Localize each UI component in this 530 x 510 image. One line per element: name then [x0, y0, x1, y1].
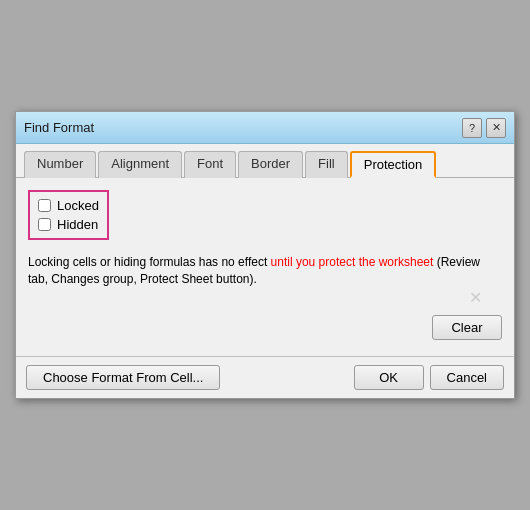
title-bar-controls: ? ✕ [462, 118, 506, 138]
tabs-bar: Number Alignment Font Border Fill Protec… [16, 144, 514, 178]
description-highlighted: until you protect the worksheet [271, 255, 434, 269]
tab-fill[interactable]: Fill [305, 151, 348, 178]
content-area: Locked Hidden Locking cells or hiding fo… [16, 178, 514, 356]
watermark-icon: ✕ [469, 288, 482, 307]
description-before: Locking cells or hiding formulas has no … [28, 255, 271, 269]
bottom-bar: Choose Format From Cell... OK Cancel [16, 356, 514, 398]
clear-row: Clear [28, 311, 502, 348]
bottom-bar-right: OK Cancel [354, 365, 504, 390]
clear-button[interactable]: Clear [432, 315, 502, 340]
choose-format-button[interactable]: Choose Format From Cell... [26, 365, 220, 390]
hidden-label[interactable]: Hidden [57, 217, 98, 232]
tab-protection[interactable]: Protection [350, 151, 437, 178]
hidden-row: Hidden [38, 217, 99, 232]
tab-number[interactable]: Number [24, 151, 96, 178]
tab-font[interactable]: Font [184, 151, 236, 178]
help-button[interactable]: ? [462, 118, 482, 138]
tab-border[interactable]: Border [238, 151, 303, 178]
tab-alignment[interactable]: Alignment [98, 151, 182, 178]
find-format-dialog: Find Format ? ✕ Number Alignment Font Bo… [15, 111, 515, 399]
ok-button[interactable]: OK [354, 365, 424, 390]
watermark-area: ✕ [28, 288, 502, 311]
dialog-title: Find Format [24, 120, 94, 135]
locked-checkbox[interactable] [38, 199, 51, 212]
title-bar: Find Format ? ✕ [16, 112, 514, 144]
description-text: Locking cells or hiding formulas has no … [28, 254, 502, 288]
protection-checkboxes-section: Locked Hidden [28, 190, 109, 240]
locked-row: Locked [38, 198, 99, 213]
cancel-button[interactable]: Cancel [430, 365, 504, 390]
close-button[interactable]: ✕ [486, 118, 506, 138]
locked-label[interactable]: Locked [57, 198, 99, 213]
hidden-checkbox[interactable] [38, 218, 51, 231]
